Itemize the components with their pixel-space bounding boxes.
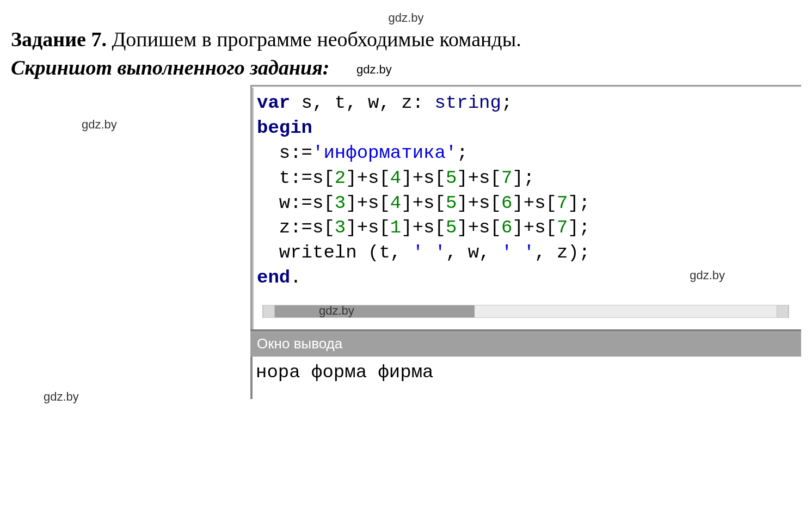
- l4n3: 5: [446, 168, 457, 188]
- l7s2: ' ': [501, 242, 534, 263]
- code-line-6: z:=s[3]+s[1]+s[5]+s[6]+s[7];: [257, 216, 795, 241]
- content-row: gdz.by gdz.by var s, t, w, z: string; be…: [11, 85, 801, 466]
- l3-post: ;: [457, 143, 467, 163]
- task-label: Задание 7.: [11, 28, 107, 51]
- l6e: ]+s[: [512, 217, 557, 238]
- kw-begin: begin: [257, 118, 312, 138]
- l6b: ]+s[: [346, 217, 390, 238]
- scroll-left-arrow-icon[interactable]: [263, 305, 275, 317]
- l5e: ]+s[: [512, 193, 557, 213]
- l4e: ];: [512, 168, 534, 188]
- type-string: string: [434, 93, 501, 113]
- l5c: ]+s[: [401, 193, 446, 213]
- l7c: , z);: [534, 242, 590, 263]
- output-window-header: Окно вывода: [250, 329, 801, 357]
- l5a: w:=s[: [257, 193, 335, 213]
- l5n5: 7: [557, 193, 568, 213]
- watermark-code-1: gdz.by: [690, 267, 725, 284]
- l5f: ];: [568, 193, 590, 213]
- code-line-3: s:='информатика';: [257, 141, 795, 166]
- l6n4: 6: [501, 217, 512, 238]
- l5n4: 6: [501, 193, 512, 213]
- l6n2: 1: [390, 217, 401, 238]
- l6n3: 5: [446, 217, 457, 238]
- left-column: gdz.by gdz.by: [11, 85, 250, 466]
- code-body[interactable]: var s, t, w, z: string; begin s:='информ…: [252, 88, 801, 329]
- code-l1-rest: s, t, w, z:: [290, 93, 434, 113]
- subtitle-line: Скриншот выполненного задания: gdz.by: [11, 56, 801, 79]
- l6f: ];: [568, 217, 590, 238]
- l7b: , w,: [446, 242, 501, 263]
- code-line-5: w:=s[3]+s[4]+s[5]+s[6]+s[7];: [257, 191, 795, 216]
- l5b: ]+s[: [346, 193, 390, 213]
- l4n1: 2: [335, 168, 346, 188]
- scroll-track[interactable]: [475, 305, 777, 317]
- l3-pre: s:=: [257, 143, 312, 163]
- code-editor: var s, t, w, z: string; begin s:='информ…: [250, 85, 801, 329]
- l4b: ]+s[: [346, 168, 390, 188]
- end-dot: .: [290, 267, 301, 288]
- l4n4: 7: [501, 168, 512, 188]
- l6c: ]+s[: [401, 217, 446, 238]
- code-l1-semi: ;: [501, 93, 512, 113]
- l4a: t:=s[: [257, 168, 335, 188]
- l3-str: 'информатика': [312, 143, 457, 163]
- watermark-left-2: gdz.by: [44, 390, 79, 404]
- l7a: writeln (t,: [257, 242, 413, 263]
- code-line-7: writeln (t, ' ', w, ' ', z);: [257, 241, 795, 266]
- l6a: z:=s[: [257, 217, 335, 238]
- output-window-body: нора форма фирма: [250, 357, 801, 399]
- subtitle-text: Скриншот выполненного задания:: [11, 56, 329, 79]
- watermark-code-2: gdz.by: [319, 303, 354, 319]
- scroll-thumb[interactable]: [275, 305, 475, 317]
- l5n3: 5: [446, 193, 457, 213]
- watermark-subtitle: gdz.by: [356, 63, 392, 77]
- l5n2: 4: [390, 193, 401, 213]
- l6n5: 7: [557, 217, 568, 238]
- watermark-top: gdz.by: [11, 11, 801, 25]
- code-line-1: var s, t, w, z: string;: [257, 91, 795, 116]
- l5n1: 3: [335, 193, 346, 213]
- code-line-2: begin: [257, 116, 795, 141]
- kw-end: end: [257, 267, 290, 288]
- l5d: ]+s[: [457, 193, 501, 213]
- code-section: var s, t, w, z: string; begin s:='информ…: [250, 85, 801, 399]
- l7s1: ' ': [413, 242, 446, 263]
- task-title-line: Задание 7. Допишем в программе необходим…: [11, 27, 801, 51]
- kw-var: var: [257, 93, 290, 113]
- l6d: ]+s[: [457, 217, 501, 238]
- output-text: нора форма фирма: [256, 362, 433, 383]
- l6n1: 3: [335, 217, 346, 238]
- l4n2: 4: [390, 168, 401, 188]
- task-text: Допишем в программе необходимые команды.: [112, 28, 521, 51]
- l4d: ]+s[: [457, 168, 501, 188]
- l4c: ]+s[: [401, 168, 446, 188]
- code-line-4: t:=s[2]+s[4]+s[5]+s[7];: [257, 166, 795, 191]
- scroll-right-arrow-icon[interactable]: [777, 305, 789, 317]
- watermark-left-1: gdz.by: [82, 118, 117, 132]
